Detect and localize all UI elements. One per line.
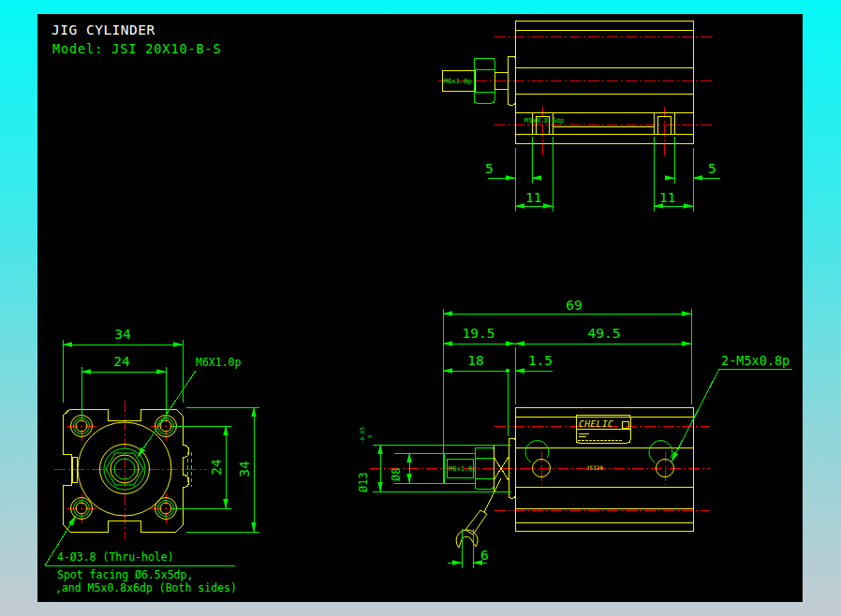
- port-callout: 2-M5x0.8p: [721, 353, 789, 368]
- dim-head-195: 19.5: [463, 326, 495, 341]
- top-rod-thread-label: M6x1.0p: [444, 78, 472, 85]
- dim-total-69: 69: [566, 298, 582, 313]
- dim-rod-dia: Ø8: [390, 468, 403, 481]
- brand-logo-text: CHELIC: [579, 418, 613, 429]
- top-mount-thread-label: M5x0.8-6dp: [524, 117, 564, 125]
- dim-11-right: 11: [659, 190, 675, 205]
- dim-wrench-6: 6: [480, 548, 489, 563]
- body-mark: JSI20: [586, 464, 603, 471]
- dim-width-34: 34: [114, 327, 131, 342]
- drawing-canvas: [37, 14, 803, 602]
- dim-5-left: 5: [485, 161, 494, 176]
- collar-tol-lower: -0.05: [359, 427, 365, 444]
- note-mount-thread: ,and M5x0.8x6dp (Both sides): [55, 581, 237, 594]
- drawing-title: JIG CYLINDER: [52, 22, 155, 37]
- dim-rod-ext-18: 18: [467, 353, 483, 368]
- cad-viewer-window: JIG CYLINDER Model: JSI 20X10-B-S: [0, 0, 841, 616]
- note-thru-hole: 4-Ø3.8 (Thru-hole): [57, 550, 174, 564]
- cad-drawing: JIG CYLINDER Model: JSI 20X10-B-S: [0, 0, 841, 616]
- dim-bolt-24-vertical: 24: [209, 459, 224, 476]
- dim-collar-dia: Ø13: [357, 472, 370, 492]
- side-rod-thread-label: M6x1.0p: [449, 465, 477, 473]
- drawing-model: Model: JSI 20X10-B-S: [52, 41, 222, 56]
- rod-thread-callout: M6X1.0p: [196, 356, 242, 369]
- collar-tol-upper: 0: [366, 434, 373, 438]
- dim-5-right: 5: [708, 161, 716, 176]
- dim-gap-15: 1.5: [528, 353, 553, 368]
- dim-height-34: 34: [237, 461, 252, 477]
- dim-11-left: 11: [525, 190, 541, 205]
- dim-body-495: 49.5: [588, 326, 621, 341]
- note-spot-facing: Spot facing Ø6.5x5dp,: [57, 568, 193, 581]
- dim-bolt-24: 24: [113, 354, 130, 369]
